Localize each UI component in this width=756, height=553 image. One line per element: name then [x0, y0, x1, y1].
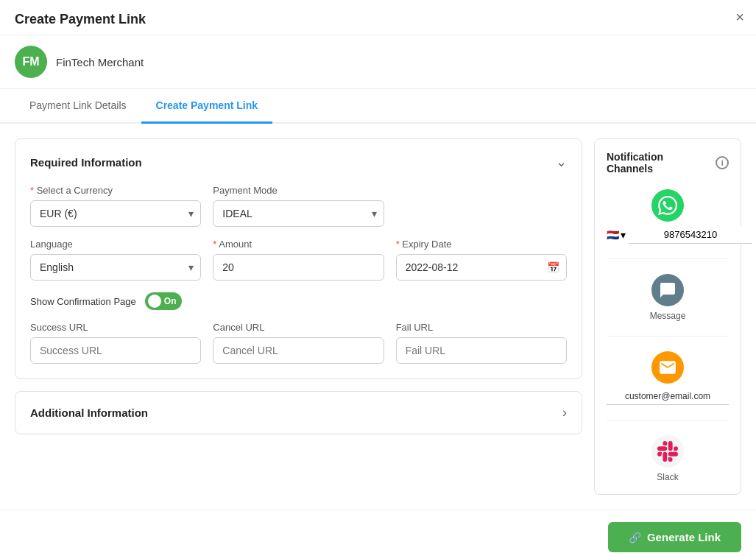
amount-input[interactable] [213, 254, 384, 281]
language-select[interactable]: English Dutch French German [30, 254, 201, 281]
payment-mode-group: Payment Mode IDEAL SEPA CARD [213, 185, 384, 227]
additional-title: Additional Information [30, 406, 148, 419]
calendar-icon: 📅 [547, 261, 559, 273]
tabs: Payment Link Details Create Payment Link [0, 89, 756, 124]
currency-select[interactable]: EUR (€) USD ($) GBP (£) [30, 200, 201, 227]
modal-header: Create Payment Link × [0, 0, 756, 35]
currency-group: * Select a Currency EUR (€) USD ($) GBP … [30, 185, 201, 227]
additional-information-section: Additional Information › [15, 391, 582, 434]
required-information-section: Required Information ⌄ * Select a Curren… [15, 138, 582, 379]
currency-label: * Select a Currency [30, 185, 201, 196]
divider-2 [607, 336, 729, 337]
phone-flag-button[interactable]: 🇳🇱 ▾ [607, 229, 626, 241]
currency-select-wrapper: EUR (€) USD ($) GBP (£) [30, 200, 201, 227]
show-confirmation-label: Show Confirmation Page [30, 296, 136, 307]
flag-emoji: 🇳🇱 [607, 229, 619, 241]
confirmation-toggle-row: Show Confirmation Page On [30, 292, 567, 310]
generate-link-button[interactable]: 🔗 Generate Link [608, 522, 741, 552]
notification-channels-header: Notification Channels i [607, 151, 729, 175]
fail-url-group: Fail URL [396, 322, 567, 364]
toggle-on-text: On [164, 296, 177, 306]
success-url-label: Success URL [30, 322, 201, 333]
divider-3 [607, 420, 729, 420]
amount-group: * Amount [213, 239, 384, 281]
footer: 🔗 Generate Link [0, 510, 756, 553]
cancel-url-input[interactable] [213, 337, 384, 364]
cancel-url-label: Cancel URL [213, 322, 384, 333]
email-icon [651, 351, 684, 384]
info-icon[interactable]: i [716, 156, 729, 169]
message-icon [651, 274, 684, 306]
whatsapp-icon [651, 189, 684, 222]
avatar: FM [15, 46, 47, 78]
toggle-dot [148, 295, 161, 308]
date-wrapper: 📅 [396, 254, 567, 281]
section-header: Required Information ⌄ [30, 154, 567, 170]
success-url-group: Success URL [30, 322, 201, 364]
success-url-input[interactable] [30, 337, 201, 364]
payment-mode-label: Payment Mode [213, 185, 384, 196]
expiry-date-group: * Expiry Date 📅 [396, 239, 567, 281]
merchant-row: FM FinTech Merchant [0, 35, 756, 89]
email-channel [607, 351, 729, 405]
form-row-1: * Select a Currency EUR (€) USD ($) GBP … [30, 185, 567, 227]
message-label: Message [650, 311, 686, 321]
expiry-date-label: * Expiry Date [396, 239, 567, 250]
section-title: Required Information [30, 156, 142, 169]
email-input[interactable] [607, 388, 729, 405]
payment-mode-select-wrapper: IDEAL SEPA CARD [213, 200, 384, 227]
additional-header[interactable]: Additional Information › [15, 392, 582, 434]
language-group: Language English Dutch French German [30, 239, 201, 281]
close-button[interactable]: × [735, 9, 744, 26]
notification-channels-panel: Notification Channels i 🇳🇱 ▾ [594, 138, 741, 495]
expand-icon: › [562, 405, 567, 420]
phone-input[interactable] [629, 226, 752, 244]
tab-create-payment-link[interactable]: Create Payment Link [141, 89, 273, 124]
whatsapp-channel: 🇳🇱 ▾ [607, 189, 729, 244]
cancel-url-group: Cancel URL [213, 322, 384, 364]
form-row-2: Language English Dutch French German [30, 239, 567, 281]
content-area: Required Information ⌄ * Select a Curren… [0, 124, 756, 510]
divider-1 [607, 258, 729, 259]
link-icon: 🔗 [629, 532, 641, 543]
fail-url-label: Fail URL [396, 322, 567, 333]
slack-label: Slack [657, 472, 678, 482]
expiry-date-input[interactable] [396, 254, 567, 281]
confirmation-toggle[interactable]: On [145, 292, 183, 310]
merchant-name: FinTech Merchant [56, 56, 144, 68]
payment-mode-select[interactable]: IDEAL SEPA CARD [213, 200, 384, 227]
slack-icon [651, 435, 684, 468]
language-select-wrapper: English Dutch French German [30, 254, 201, 281]
main-panel: Required Information ⌄ * Select a Curren… [15, 138, 582, 495]
amount-label: * Amount [213, 239, 384, 250]
fail-url-input[interactable] [396, 337, 567, 364]
phone-dropdown-arrow: ▾ [621, 229, 626, 241]
tab-payment-link-details[interactable]: Payment Link Details [15, 89, 141, 124]
url-grid: Success URL Cancel URL Fail URL [30, 322, 567, 364]
notification-channels-title: Notification Channels [607, 151, 710, 175]
language-label: Language [30, 239, 201, 250]
modal-title: Create Payment Link [15, 12, 146, 27]
collapse-icon[interactable]: ⌄ [556, 154, 567, 170]
modal-container: Create Payment Link × FM FinTech Merchan… [0, 0, 756, 553]
phone-row: 🇳🇱 ▾ [607, 226, 729, 244]
message-channel: Message [607, 274, 729, 321]
generate-link-label: Generate Link [647, 531, 721, 543]
slack-channel: Slack [607, 435, 729, 482]
